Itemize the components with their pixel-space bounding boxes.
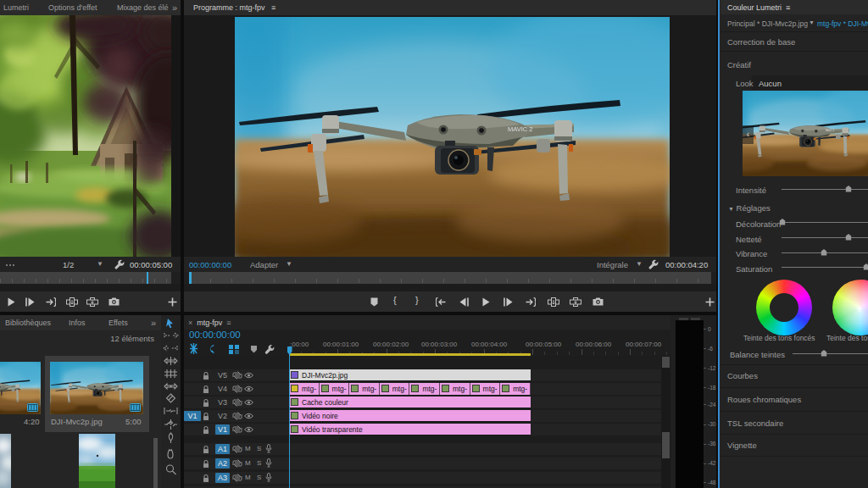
svg-text:-42: -42 <box>708 460 716 466</box>
svg-text:0: 0 <box>708 326 711 332</box>
svg-text:-36: -36 <box>708 441 716 446</box>
svg-text:-30: -30 <box>708 421 716 427</box>
svg-text:-6: -6 <box>708 346 713 352</box>
svg-text:-24: -24 <box>708 402 716 408</box>
svg-text:-48: -48 <box>708 480 716 485</box>
svg-text:-12: -12 <box>708 365 716 371</box>
svg-text:-18: -18 <box>708 385 716 391</box>
